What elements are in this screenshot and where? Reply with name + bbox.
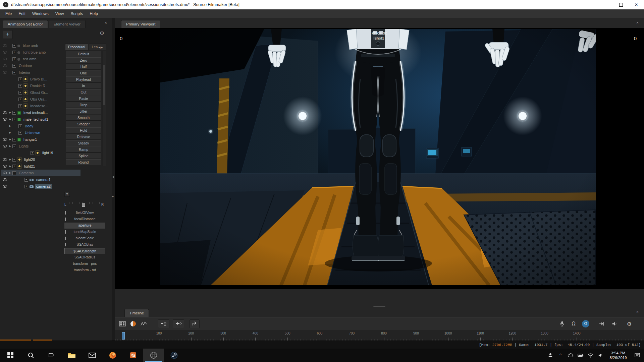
slider-handle[interactable] xyxy=(82,203,85,207)
expand-box[interactable]: + xyxy=(18,98,22,101)
expand-arrow-icon[interactable]: ▶ xyxy=(8,125,12,127)
add-animation-set-button[interactable]: + xyxy=(3,30,13,39)
preset-paste[interactable]: Paste xyxy=(66,96,101,102)
expand-box[interactable]: + xyxy=(12,51,16,54)
visibility-eye-icon[interactable] xyxy=(3,178,7,181)
menu-edit[interactable]: Edit xyxy=(15,9,29,18)
gear-icon[interactable]: ⚙ xyxy=(100,30,104,36)
attribute-ssaobias[interactable]: SSAOBias xyxy=(64,242,105,248)
wifi-icon[interactable] xyxy=(586,349,596,362)
expand-box[interactable]: + xyxy=(12,158,16,162)
clip-editor-icon[interactable] xyxy=(118,319,127,328)
preset-drop[interactable]: Drop xyxy=(66,102,101,108)
visibility-eye-icon[interactable] xyxy=(3,185,7,188)
expand-box[interactable]: + xyxy=(18,104,22,108)
panel-splitter[interactable]: ◀ ▶ xyxy=(112,18,115,341)
preset-release[interactable]: Release xyxy=(66,134,101,140)
expand-box[interactable]: + xyxy=(31,151,34,155)
preset-zero[interactable]: Zero xyxy=(66,57,101,63)
preset-smooth[interactable]: Smooth xyxy=(66,115,101,121)
up-level-button[interactable] xyxy=(190,319,200,328)
preset-steady[interactable]: Steady xyxy=(66,140,101,146)
left-panel-close-icon[interactable]: × xyxy=(105,21,107,25)
preset-out[interactable]: Out xyxy=(66,89,101,95)
preset-default[interactable]: Default xyxy=(66,51,101,57)
attribute-focaldistance[interactable]: focalDistance xyxy=(64,216,105,222)
tab-animation-set-editor[interactable]: Animation Set Editor xyxy=(3,20,48,28)
attribute-tonemapscale[interactable]: toneMapScale xyxy=(64,229,105,235)
viewport-content[interactable]: 0 0 chloe oc shot1 ◀◀[|◀●▶▶|]▶▶ xyxy=(115,28,644,289)
expand-box[interactable]: + xyxy=(24,178,28,182)
maximize-button[interactable] xyxy=(613,0,629,9)
orange-app-icon[interactable] xyxy=(123,349,143,362)
snap-to-end-icon[interactable] xyxy=(597,319,606,328)
expand-box[interactable]: + xyxy=(12,165,16,168)
visibility-eye-icon[interactable] xyxy=(3,71,7,74)
visibility-eye-icon[interactable] xyxy=(3,138,7,141)
expand-box[interactable]: + xyxy=(12,57,16,61)
speaker-icon[interactable] xyxy=(610,319,619,328)
preset-round[interactable]: Round xyxy=(66,159,101,165)
slider-track[interactable] xyxy=(69,202,100,207)
expand-arrow-icon[interactable]: ▶ xyxy=(8,118,12,121)
visibility-eye-icon[interactable] xyxy=(3,111,7,114)
close-button[interactable]: ✕ xyxy=(629,0,644,9)
menu-view[interactable]: View xyxy=(52,9,67,18)
attribute-ssaoradius[interactable]: SSAORadius xyxy=(64,254,105,260)
preset-ramp[interactable]: Ramp xyxy=(66,146,101,153)
graph-editor-icon[interactable] xyxy=(139,319,149,328)
firefox-icon[interactable] xyxy=(102,349,123,362)
preset-half[interactable]: Half xyxy=(66,64,101,70)
visibility-eye-icon[interactable] xyxy=(3,58,7,60)
preset-spline[interactable]: Spline xyxy=(66,153,101,159)
expand-box[interactable]: + xyxy=(12,111,16,115)
visibility-eye-icon[interactable] xyxy=(3,158,7,161)
expand-box[interactable]: + xyxy=(18,124,22,128)
motion-editor-icon[interactable] xyxy=(128,319,138,328)
visibility-eye-icon[interactable] xyxy=(3,118,7,121)
preset-one[interactable]: One xyxy=(66,70,101,76)
battery-icon[interactable] xyxy=(576,349,586,362)
expand-arrow-icon[interactable]: ▶ xyxy=(8,158,12,161)
visibility-eye-icon[interactable] xyxy=(3,145,7,147)
expand-box[interactable]: + xyxy=(18,84,22,88)
preset-scrollbar[interactable] xyxy=(103,51,106,166)
visibility-eye-icon[interactable] xyxy=(3,165,7,168)
tab-scroll-arrows-icon[interactable]: ◀▶ xyxy=(98,46,103,49)
menu-help[interactable]: Help xyxy=(86,9,101,18)
menu-scripts[interactable]: Scripts xyxy=(67,9,87,18)
visibility-eye-icon[interactable] xyxy=(3,51,7,54)
visibility-eye-icon[interactable] xyxy=(3,172,7,174)
volume-icon[interactable] xyxy=(596,349,606,362)
gear-icon[interactable]: ⚙ xyxy=(625,319,634,328)
preset-hold[interactable]: Hold xyxy=(66,127,101,133)
playhead[interactable] xyxy=(122,332,125,340)
splitter-arrow-icon[interactable]: ◀ xyxy=(112,176,114,178)
onedrive-cloud-icon[interactable] xyxy=(566,349,576,362)
expand-box[interactable]: + xyxy=(12,44,16,48)
expand-box[interactable]: + xyxy=(18,77,22,81)
preset-stagger[interactable]: Stagger xyxy=(66,121,101,127)
task-view-button[interactable] xyxy=(41,349,61,362)
visibility-eye-icon[interactable] xyxy=(3,64,7,67)
expand-box[interactable]: − xyxy=(12,71,16,74)
scrollbar-thumb[interactable] xyxy=(103,65,105,105)
add-animation-set-button[interactable] xyxy=(158,319,169,328)
attribute-aperture[interactable]: aperture xyxy=(64,223,105,229)
expand-box[interactable]: + xyxy=(12,138,16,141)
timeline-ruler[interactable]: 1002003004005006007008009001000110012001… xyxy=(115,330,644,341)
loop-icon[interactable]: Ω xyxy=(569,319,578,328)
expand-arrow-icon[interactable]: ▶ xyxy=(8,172,12,174)
expand-box[interactable]: + xyxy=(24,185,28,188)
tab-lens[interactable]: Len◀▶ xyxy=(89,44,106,50)
splitter-handle[interactable] xyxy=(373,306,385,307)
mail-icon[interactable] xyxy=(82,349,102,362)
expand-box[interactable]: + xyxy=(12,64,16,68)
expand-box[interactable]: + xyxy=(12,118,16,121)
expand-box[interactable]: + xyxy=(18,91,22,95)
expand-arrow-icon[interactable]: ▶ xyxy=(8,131,12,134)
menu-windows[interactable]: Windows xyxy=(29,9,52,18)
menu-file[interactable]: File xyxy=(2,9,15,18)
tab-procedural[interactable]: Procedural xyxy=(65,44,88,50)
tab-timeline[interactable]: Timeline xyxy=(124,309,149,317)
